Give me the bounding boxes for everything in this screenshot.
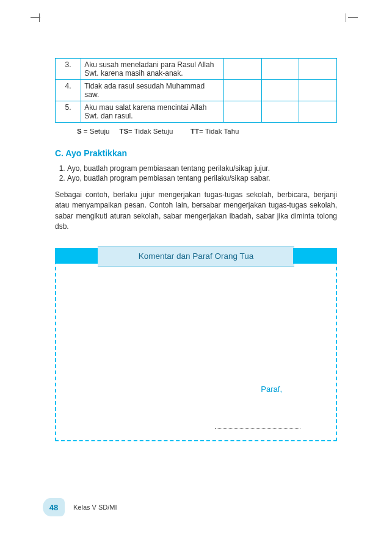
page-content: 3. Aku susah meneladani para Rasul Allah… (55, 58, 337, 441)
legend-ts-val: = Tidak Setuju (128, 128, 173, 135)
cell-tt[interactable] (299, 101, 337, 123)
table-row: 5. Aku mau salat karena mencintai Allah … (56, 101, 337, 123)
table-row: 4. Tidak ada rasul sesudah Muhammad saw. (56, 80, 337, 101)
paraf-label: Paraf, (261, 385, 282, 394)
list-item: Ayo, buatlah program pembiasaan tentang … (67, 164, 337, 173)
row-text: Aku mau salat karena mencintai Allah Swt… (81, 101, 224, 123)
tab-end-right (293, 248, 337, 264)
cell-ts[interactable] (261, 59, 299, 80)
page-number: 48 (49, 503, 58, 512)
signature-line (215, 428, 300, 429)
dashed-border (55, 255, 337, 441)
footer-class-text: Kelas V SD/MI (73, 504, 117, 511)
instructions-list: Ayo, buatlah program pembiasaan tentang … (55, 164, 337, 182)
section-c-title: C. Ayo Praktikkan (55, 148, 337, 158)
cell-s[interactable] (223, 59, 261, 80)
legend-s-val: = Setuju (82, 128, 110, 135)
comment-header-bar: Komentar dan Paraf Orang Tua (55, 246, 337, 266)
tab-end-left (55, 248, 99, 264)
row-number: 3. (56, 59, 81, 80)
page-footer: 48 Kelas V SD/MI (43, 498, 117, 516)
table-row: 3. Aku susah meneladani para Rasul Allah… (56, 59, 337, 80)
cell-s[interactable] (223, 80, 261, 101)
comment-header-label: Komentar dan Paraf Orang Tua (98, 246, 294, 267)
cell-s[interactable] (223, 101, 261, 123)
cell-tt[interactable] (299, 59, 337, 80)
cell-ts[interactable] (261, 80, 299, 101)
legend-s-key: S (77, 128, 82, 135)
legend-ts-key: TS (119, 128, 128, 135)
row-number: 4. (56, 80, 81, 101)
row-number: 5. (56, 101, 81, 123)
legend: S = Setuju TS= Tidak Setuju TT= Tidak Ta… (77, 128, 337, 135)
list-item: Ayo, buatlah program pembiasan tentang p… (67, 174, 337, 182)
example-paragraph: Sebagai contoh, berlaku jujur mengerjaka… (55, 190, 337, 233)
page-number-badge: 48 (43, 498, 65, 516)
comment-box: Komentar dan Paraf Orang Tua Paraf, (55, 246, 337, 441)
row-text: Aku susah meneladani para Rasul Allah Sw… (81, 59, 224, 80)
cell-tt[interactable] (299, 80, 337, 101)
legend-tt-val: = Tidak Tahu (199, 128, 239, 135)
statement-tbody: 3. Aku susah meneladani para Rasul Allah… (56, 59, 337, 123)
statement-table: 3. Aku susah meneladani para Rasul Allah… (55, 58, 337, 123)
legend-tt-key: TT (191, 128, 199, 135)
cell-ts[interactable] (261, 101, 299, 123)
row-text: Tidak ada rasul sesudah Muhammad saw. (81, 80, 224, 101)
